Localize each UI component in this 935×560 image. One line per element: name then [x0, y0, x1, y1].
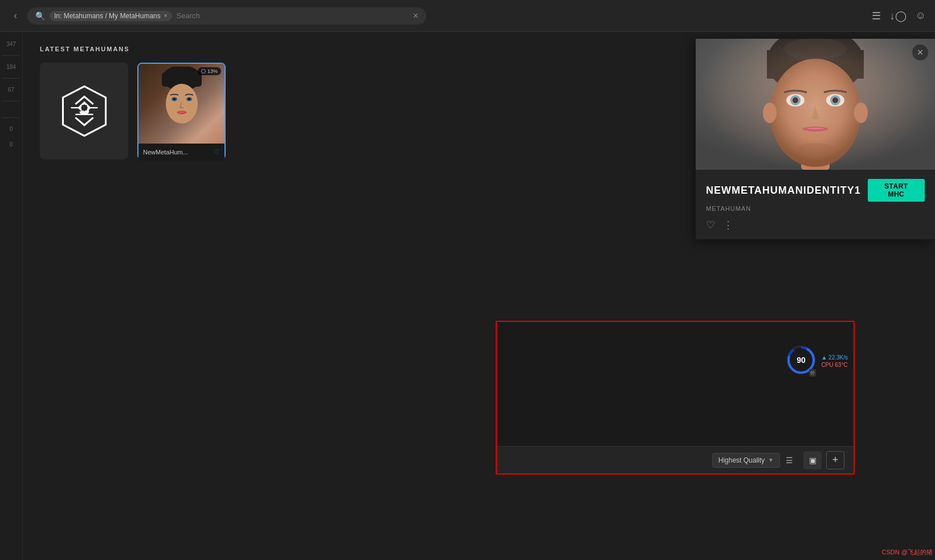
- quality-bar: Highest Quality ▼ ☰ ▣ +: [497, 446, 854, 473]
- search-tag-close-icon[interactable]: ×: [164, 13, 168, 19]
- svg-point-17: [784, 39, 847, 60]
- face-render-preview: [696, 39, 935, 170]
- filter-icon[interactable]: ☰: [872, 10, 881, 22]
- search-tag[interactable]: In: Metahumans / My MetaHumans ×: [50, 11, 172, 21]
- card-bottom: NewMetaHum... ♡: [138, 144, 224, 161]
- sidebar-divider-4: [2, 117, 20, 118]
- svg-point-23: [826, 94, 844, 107]
- overlay-box: 90 分 ▲ 22.3K/s CPU 63°C Highest Quality …: [496, 321, 855, 475]
- quality-label: Highest Quality: [718, 456, 765, 464]
- search-input[interactable]: [177, 11, 409, 20]
- quality-right-icons: ▣ +: [803, 451, 844, 469]
- sidebar-num-empty: [0, 106, 22, 113]
- preview-panel: × NEWMETAHUMANIDENTITY1 START MHC METAHU…: [696, 39, 935, 239]
- grid-view-button[interactable]: ▣: [803, 451, 822, 469]
- top-bar-right: ☰ ↓◯ ☺: [872, 10, 926, 22]
- face-render-card: [138, 64, 224, 144]
- svg-point-8: [166, 84, 198, 124]
- sidebar-num-0a: 0: [0, 122, 22, 136]
- search-clear-icon[interactable]: ×: [413, 11, 418, 21]
- start-mhc-button[interactable]: START MHC: [868, 179, 925, 202]
- quality-settings-icon[interactable]: ☰: [786, 456, 793, 465]
- svg-point-22: [786, 94, 805, 107]
- card-badge: 13%: [198, 67, 221, 75]
- back-button[interactable]: ‹: [9, 7, 22, 24]
- hex-logo-svg: S: [59, 85, 110, 137]
- card-heart-icon[interactable]: ♡: [214, 148, 220, 156]
- sidebar-divider-2: [2, 78, 20, 79]
- svg-point-21: [854, 103, 868, 123]
- preview-actions: ♡ ⋮: [706, 219, 925, 231]
- badge-percent: 13%: [207, 68, 218, 74]
- add-button[interactable]: +: [826, 451, 844, 469]
- fps-container: 90 分: [786, 345, 816, 378]
- badge-dot: [201, 69, 206, 73]
- metahuman-card[interactable]: 13% NewMetaHum... ♡: [137, 63, 226, 160]
- quality-select[interactable]: Highest Quality ▼: [712, 453, 780, 468]
- card-name-label: NewMetaHum...: [143, 149, 188, 156]
- cpu-temp: CPU 63°C: [821, 362, 848, 368]
- chevron-down-icon: ▼: [768, 457, 774, 463]
- svg-point-28: [795, 143, 835, 157]
- search-bar: 🔍 In: Metahumans / My MetaHumans × ×: [27, 7, 426, 24]
- preview-face-svg: [696, 39, 935, 170]
- perf-stats: ▲ 22.3K/s CPU 63°C: [821, 354, 848, 368]
- svg-point-26: [793, 97, 798, 103]
- preview-name-row: NEWMETAHUMANIDENTITY1 START MHC: [706, 179, 925, 202]
- svg-rect-18: [801, 150, 830, 170]
- sidebar-divider: [2, 55, 20, 56]
- search-icon: 🔍: [35, 11, 45, 21]
- search-tag-text: In: Metahumans / My MetaHumans: [54, 12, 161, 20]
- fps-unit: 分: [809, 369, 816, 377]
- svg-rect-16: [767, 50, 864, 79]
- top-bar: ‹ 🔍 In: Metahumans / My MetaHumans × × ☰…: [0, 0, 935, 32]
- preview-info: NEWMETAHUMANIDENTITY1 START MHC METAHUMA…: [696, 170, 935, 239]
- preview-heart-icon[interactable]: ♡: [706, 219, 715, 231]
- network-speed: ▲ 22.3K/s: [821, 354, 848, 361]
- preview-close-button[interactable]: ×: [912, 44, 928, 60]
- user-icon[interactable]: ☺: [916, 10, 926, 22]
- face-svg-card: [153, 67, 210, 141]
- sidebar-num-0b: 0: [0, 138, 22, 151]
- svg-rect-5: [81, 108, 87, 111]
- svg-point-12: [188, 98, 190, 100]
- card-image: 13%: [138, 64, 224, 144]
- perf-widget: 90 分 ▲ 22.3K/s CPU 63°C: [786, 345, 848, 378]
- sidebar-num-347: 347: [0, 38, 22, 51]
- sidebar-num-67: 67: [0, 83, 22, 96]
- preview-more-icon[interactable]: ⋮: [723, 219, 734, 231]
- sidebar-num-184: 184: [0, 60, 22, 73]
- fps-text: 90: [797, 355, 806, 365]
- placeholder-card[interactable]: S: [40, 63, 128, 160]
- preview-name: NEWMETAHUMANIDENTITY1: [706, 185, 861, 197]
- svg-point-19: [770, 59, 861, 167]
- left-sidebar: 347 184 67 0 0: [0, 32, 23, 560]
- svg-point-27: [832, 97, 838, 103]
- svg-point-15: [767, 39, 864, 96]
- preview-type: METAHUMAN: [706, 205, 925, 212]
- preview-image: [696, 39, 935, 170]
- svg-point-20: [763, 103, 777, 123]
- svg-rect-14: [696, 39, 935, 170]
- csdn-watermark: CSDN @飞起的猪: [882, 548, 933, 557]
- download-icon[interactable]: ↓◯: [890, 10, 907, 22]
- svg-point-24: [790, 95, 801, 105]
- sidebar-divider-3: [2, 101, 20, 101]
- svg-point-25: [830, 95, 840, 105]
- svg-rect-4: [81, 105, 87, 107]
- svg-point-11: [173, 98, 175, 100]
